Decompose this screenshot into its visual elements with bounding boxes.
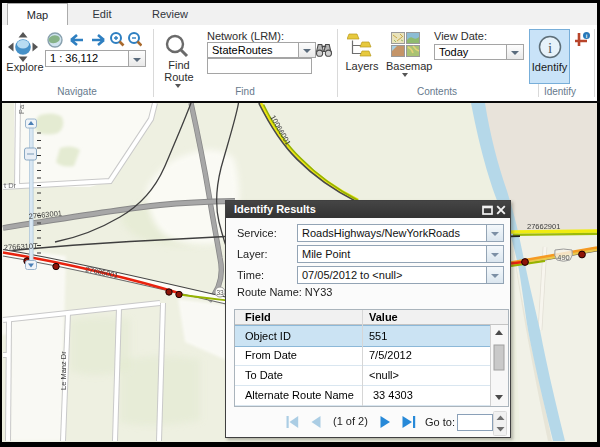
svg-text:27662901: 27662901 — [527, 222, 560, 231]
svg-text:2766310T: 2766310T — [4, 241, 39, 252]
svg-text:33: 33 — [216, 289, 224, 296]
svg-text:490: 490 — [557, 253, 570, 262]
svg-text:Le Manz Dr: Le Manz Dr — [59, 351, 68, 390]
svg-text:t Dr: t Dr — [4, 181, 17, 190]
svg-text:i: i — [548, 40, 552, 56]
svg-text:Pa: Pa — [17, 104, 26, 114]
